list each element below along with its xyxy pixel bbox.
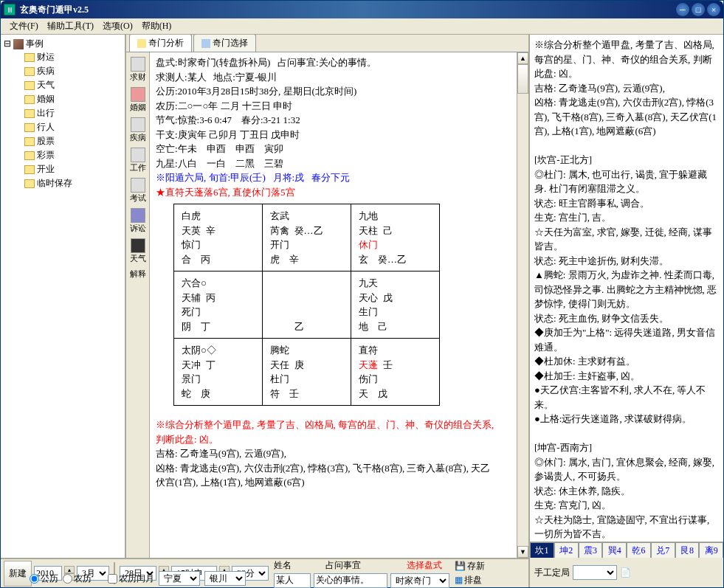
vbtn-qiucai[interactable]: 求财 xyxy=(128,55,148,84)
info-line: 空亡:午未 申酉 申酉 寅卯 xyxy=(156,142,511,156)
tree-item[interactable]: 婚姻 xyxy=(4,92,122,106)
right-line: ☆天柱为隐士, 宜隐迹固守, 不宜出行谋事, 一切所为皆不吉。 xyxy=(534,513,719,542)
palace-cell: 玄武 芮禽 癸…乙 开门 虎 辛 xyxy=(263,204,351,271)
right-line: ※综合分析整个遁甲盘, 考量了吉、凶格局, 每宫的星、门、神、奇仪的组合关系, … xyxy=(534,38,719,81)
scroll-up-button[interactable]: ▲ xyxy=(517,52,528,64)
minimize-button[interactable]: ─ xyxy=(676,3,689,16)
paipan-button[interactable]: 排盘 xyxy=(464,574,482,587)
info-line: 公历:2010年3月28日15时38分, 星期日(北京时间) xyxy=(156,84,511,99)
tree-label: 天气 xyxy=(37,79,55,91)
vbtn-tianqi[interactable]: 天气 xyxy=(128,237,148,266)
right-line: [坎宫-正北方] xyxy=(534,153,719,167)
tree-item[interactable]: 临时保存 xyxy=(4,176,122,190)
info-line: 求测人:某人 地点:宁夏-银川 xyxy=(156,70,511,85)
new-button[interactable]: 新建 xyxy=(4,561,32,587)
tree-item[interactable]: 出行 xyxy=(4,106,122,120)
info-line: 农历:二○一○年 二月 十三日 申时 xyxy=(156,99,511,114)
style-label: 选择盘式 xyxy=(407,559,442,572)
tree-root[interactable]: ⊟ 事例 xyxy=(4,38,122,50)
province-select[interactable]: 宁夏 xyxy=(159,571,200,586)
palace-cell: 乙 xyxy=(263,271,351,339)
tree-label: 婚姻 xyxy=(37,93,55,106)
scroll-thumb[interactable] xyxy=(517,64,528,94)
palace-cell: 腾蛇 天任 庚 杜门 符 壬 xyxy=(263,339,351,406)
menu-assist[interactable]: 辅助工具(T) xyxy=(43,18,98,34)
qimen-grid: 白虎 天英 辛 惊门 合 丙 玄武 芮禽 癸…乙 开门 虎 辛 九地天柱 己休门… xyxy=(173,204,440,406)
tree-label: 股票 xyxy=(37,135,55,148)
app-icon: Ⅲ xyxy=(4,4,15,15)
palace-tab-1[interactable]: 坎1 xyxy=(530,542,554,558)
tab-select[interactable]: 奇门选择 xyxy=(193,35,256,52)
folder-icon xyxy=(24,151,35,160)
info-line: 干支:庚寅年 己卯月 丁丑日 戊申时 xyxy=(156,128,511,142)
palace-tab-6[interactable]: 乾6 xyxy=(627,542,651,558)
menu-options[interactable]: 选项(O) xyxy=(98,18,137,34)
leap-check[interactable]: 农历闰月 xyxy=(108,573,154,585)
info-line: 盘式:时家奇门(转盘拆补局) 占问事宜:关心的事情。 xyxy=(156,55,511,70)
tree-toggle[interactable]: ⊟ xyxy=(4,38,11,49)
save-button[interactable]: 存新 xyxy=(467,560,485,573)
vbtn-kaoshi[interactable]: 考试 xyxy=(128,176,148,205)
right-line: 凶格: 青龙逃走(9宫), 六仪击刑(2宫), 悖格(3宫), 飞干格(8宫),… xyxy=(534,95,719,139)
vbtn-jibing[interactable]: 疾病 xyxy=(128,116,148,145)
manual-select[interactable] xyxy=(573,565,617,580)
vbtn-susong[interactable]: 诉讼 xyxy=(128,207,148,235)
palace-cell: 九地天柱 己休门玄 癸…乙 xyxy=(351,204,440,271)
vbtn-hunyin[interactable]: 婚姻 xyxy=(128,86,148,114)
folder-icon xyxy=(24,179,35,188)
palace-cell: 六合○ 天辅 丙 死门 阴 丁 xyxy=(174,271,263,339)
lunar-radio[interactable]: 农历 xyxy=(63,573,92,585)
tree-item[interactable]: 彩票 xyxy=(4,148,122,162)
summary-line: 吉格: 乙奇逢马(9宫), 云遁(9宫), xyxy=(156,446,495,461)
name-input[interactable] xyxy=(274,573,311,588)
tree-item[interactable]: 行人 xyxy=(4,120,122,134)
vbtn-label: 疾病 xyxy=(130,132,146,143)
scroll-down-button[interactable]: ▼ xyxy=(517,546,528,558)
menu-file[interactable]: 文件(F) xyxy=(5,18,43,34)
window-title: 玄奥奇门遁甲v2.5 xyxy=(20,4,674,16)
right-line: ◎休门: 属水, 吉门, 宜休息聚会, 经商, 嫁娶, 参谒贵人, 不可扬兵。 xyxy=(534,455,719,484)
matter-input[interactable] xyxy=(314,573,387,588)
scrollbar[interactable]: ▲ ▼ xyxy=(517,52,528,558)
style-select[interactable]: 时家奇门 xyxy=(390,573,449,588)
lawsuit-icon xyxy=(131,208,145,223)
right-line: 状态: 旺主官爵事私, 调合。 xyxy=(534,196,719,211)
folder-icon xyxy=(24,165,35,174)
palace-tab-9[interactable]: 离9 xyxy=(699,542,723,558)
menu-help[interactable]: 帮助(H) xyxy=(137,18,176,34)
solar-radio[interactable]: 公历 xyxy=(30,573,58,585)
right-line: ●天乙伏宫:主客皆不利, 求人不在, 等人不来。 xyxy=(534,383,719,412)
palace-tab-4[interactable]: 巽4 xyxy=(602,542,627,558)
folder-icon xyxy=(24,95,35,104)
palace-tab-3[interactable]: 震3 xyxy=(579,542,603,558)
close-button[interactable]: × xyxy=(707,3,720,16)
palace-tab-7[interactable]: 兑7 xyxy=(651,542,675,558)
folder-icon xyxy=(24,81,35,90)
folder-icon xyxy=(24,137,35,146)
vbtn-gongzuo[interactable]: 工作 xyxy=(128,146,148,175)
maximize-button[interactable]: □ xyxy=(692,3,705,16)
doc-icon[interactable]: 📄 xyxy=(620,567,631,578)
save-icon: 💾 xyxy=(455,561,466,572)
right-line: 状态: 休主休养, 隐疾。 xyxy=(534,484,719,499)
palace-cell: 太阴○◇ 天冲 丁 景门 蛇 庚 xyxy=(174,339,263,406)
right-line: 生克: 宫生门, 吉。 xyxy=(534,210,719,225)
right-analysis: ※综合分析整个遁甲盘, 考量了吉、凶格局, 每宫的星、门、神、奇仪的组合关系, … xyxy=(530,35,723,542)
tree-item[interactable]: 财运 xyxy=(4,50,122,64)
city-select[interactable]: 银川 xyxy=(204,571,246,586)
right-line: 状态: 死主中途折伤, 财利失滞。 xyxy=(534,254,719,269)
tab-label: 奇门分析 xyxy=(148,37,184,49)
palace-tab-8[interactable]: 艮8 xyxy=(675,542,700,558)
summary-line: ※综合分析整个遁甲盘, 考量了吉、凶格局, 每宫的星、门、神、奇仪的组合关系, … xyxy=(156,418,495,446)
tab-analysis[interactable]: 奇门分析 xyxy=(129,35,192,52)
palace-tab-2[interactable]: 坤2 xyxy=(554,542,579,558)
tree-item[interactable]: 股票 xyxy=(4,134,122,148)
tree-item[interactable]: 天气 xyxy=(4,78,122,92)
scroll-track[interactable] xyxy=(517,94,528,546)
tree-item[interactable]: 疾病 xyxy=(4,64,122,78)
right-line: 生克: 宫克门, 凶。 xyxy=(534,498,719,513)
vbtn-jieshi[interactable]: 解释 xyxy=(128,267,148,281)
matter-label: 占问事宜 xyxy=(325,559,361,572)
tree-item[interactable]: 开业 xyxy=(4,162,122,176)
right-line: [坤宫-西南方] xyxy=(534,440,719,455)
